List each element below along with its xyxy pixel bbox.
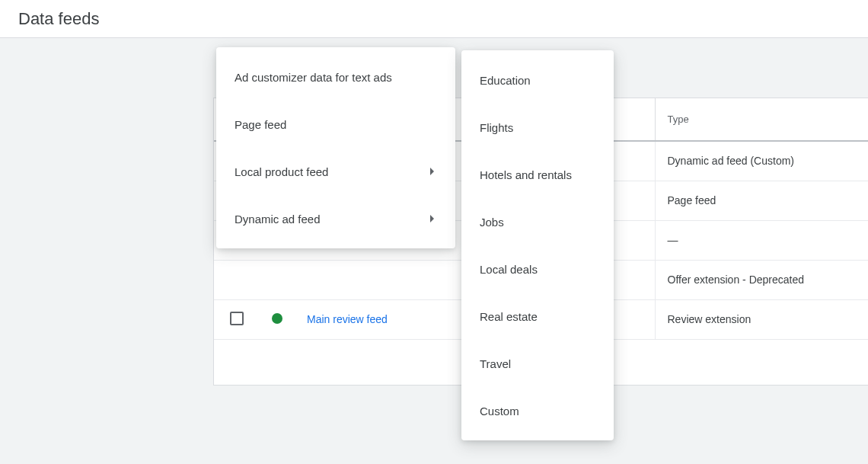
row-status-cell bbox=[260, 299, 295, 339]
submenu-item-label: Jobs bbox=[480, 216, 504, 229]
submenu-item-label: Education bbox=[480, 74, 531, 87]
submenu-item[interactable]: Education bbox=[461, 56, 614, 104]
submenu-item-label: Travel bbox=[480, 357, 511, 370]
submenu-item[interactable]: Jobs bbox=[461, 198, 614, 245]
row-type-cell: — bbox=[655, 220, 868, 260]
menu-item[interactable]: Dynamic ad feed bbox=[216, 195, 455, 242]
submenu-item[interactable]: Hotels and rentals bbox=[461, 151, 614, 198]
header-type[interactable]: Type bbox=[655, 98, 868, 141]
submenu-item[interactable]: Real estate bbox=[461, 293, 614, 340]
page-title: Data feeds bbox=[18, 9, 99, 29]
row-type-cell: Dynamic ad feed (Custom) bbox=[655, 141, 868, 181]
submenu-item-label: Hotels and rentals bbox=[480, 168, 572, 181]
chevron-right-icon bbox=[430, 215, 434, 222]
menu-item-label: Page feed bbox=[235, 118, 286, 131]
row-type-cell: Review extension bbox=[655, 299, 868, 339]
menu-item[interactable]: Page feed bbox=[216, 101, 455, 148]
submenu-item-label: Local deals bbox=[480, 263, 538, 276]
submenu-item-label: Custom bbox=[480, 405, 519, 418]
menu-item-label: Ad customizer data for text ads bbox=[235, 71, 392, 84]
menu-item-label: Local product feed bbox=[235, 165, 328, 178]
row-type-cell: Page feed bbox=[655, 181, 868, 220]
dynamic-ad-feed-submenu: EducationFlightsHotels and rentalsJobsLo… bbox=[461, 50, 614, 440]
submenu-item-label: Real estate bbox=[480, 310, 538, 323]
submenu-item-label: Flights bbox=[480, 121, 513, 134]
feed-name-link[interactable]: Main review feed bbox=[307, 313, 388, 325]
row-checkbox-cell bbox=[214, 260, 260, 299]
submenu-item[interactable]: Flights bbox=[461, 104, 614, 151]
status-dot-icon bbox=[272, 313, 282, 324]
submenu-item[interactable]: Local deals bbox=[461, 245, 614, 293]
feed-type-menu: Ad customizer data for text adsPage feed… bbox=[216, 47, 455, 248]
page-header: Data feeds bbox=[0, 0, 868, 38]
menu-item-label: Dynamic ad feed bbox=[235, 213, 321, 226]
row-checkbox[interactable] bbox=[230, 312, 244, 325]
row-status-cell bbox=[260, 260, 295, 299]
submenu-item[interactable]: Custom bbox=[461, 387, 614, 434]
menu-item[interactable]: Local product feed bbox=[216, 148, 455, 195]
menu-item[interactable]: Ad customizer data for text ads bbox=[216, 53, 455, 101]
row-checkbox-cell bbox=[214, 299, 260, 339]
chevron-right-icon bbox=[430, 168, 434, 175]
submenu-item[interactable]: Travel bbox=[461, 340, 614, 387]
row-type-cell: Offer extension - Deprecated bbox=[655, 260, 868, 299]
